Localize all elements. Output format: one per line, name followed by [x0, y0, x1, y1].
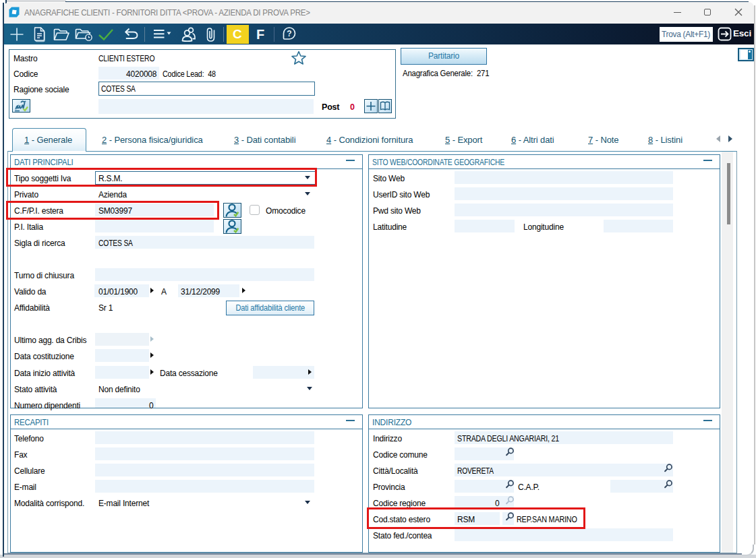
svg-text:?: ? [287, 29, 291, 38]
